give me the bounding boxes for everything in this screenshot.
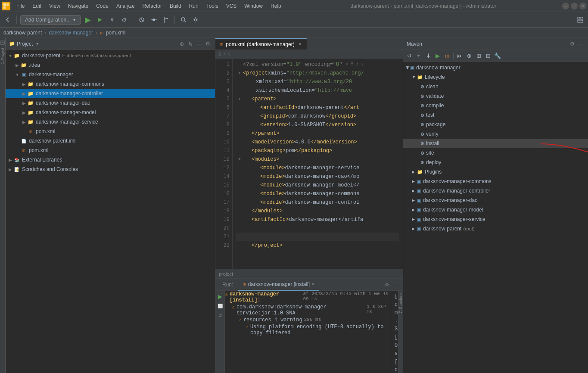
vcs-commit-button[interactable] [149, 15, 159, 25]
tree-toggle-controller[interactable]: ▶ [21, 90, 27, 96]
maven-item-install[interactable]: ⚙ install [403, 139, 588, 148]
maven-item-clean[interactable]: ⚙ clean [403, 82, 588, 91]
add-to-panel-btn[interactable]: ⊕ [178, 40, 186, 48]
run-rerun-btn[interactable]: ↺ [216, 311, 224, 319]
tree-toggle-root[interactable]: ▼ [7, 53, 13, 59]
maven-download-btn[interactable]: ⬇ [424, 52, 432, 60]
run-sidebar-label[interactable]: 7: Structure [398, 292, 403, 315]
tree-item-pom-root[interactable]: m pom.xml [6, 146, 215, 155]
profile-button[interactable]: ⏱ [119, 15, 129, 25]
maven-run-btn[interactable]: ▶ [433, 52, 442, 60]
tree-item-iml[interactable]: 📄 darksnow-parent.iml [6, 136, 215, 146]
tree-item-scratches[interactable]: ▶ 📝 Scratches and Consoles [6, 165, 215, 174]
tree-item-service[interactable]: ▶ 📁 darksnow-manager-service [6, 117, 215, 127]
tree-item-controller[interactable]: ▶ 📁 darksnow-manager-controller [6, 89, 215, 98]
code-editor[interactable]: <?xml version="1.0" encoding="U" ✕ 5 ∧ ∨… [233, 59, 403, 269]
maven-item-commons-module[interactable]: ▶ ▣ darksnow-manager-commons [403, 177, 588, 186]
minimize-button[interactable]: — [562, 3, 569, 9]
menu-code[interactable]: Code [93, 2, 112, 10]
panel-gear-btn[interactable]: ⚙ [204, 40, 212, 48]
add-configuration-button[interactable]: Add Configuration... ▼ [20, 15, 81, 25]
maven-item-site[interactable]: ⚙ site [403, 148, 588, 158]
maven-add-btn[interactable]: + [414, 52, 423, 60]
tree-toggle-scratches[interactable]: ▶ [7, 166, 13, 172]
maven-skip-btn[interactable]: ⏭ [455, 52, 464, 60]
tree-toggle-service[interactable]: ▶ [21, 119, 27, 125]
tree-toggle-external[interactable]: ▶ [7, 157, 13, 163]
maven-settings-btn[interactable]: ⚙ [568, 40, 576, 48]
maven-item-validate[interactable]: ⚙ validate [403, 91, 588, 101]
tree-toggle-model[interactable]: ▶ [21, 109, 27, 115]
maven-collapse-btn[interactable]: ⊟ [484, 52, 492, 60]
maven-item-root[interactable]: ▼ ▣ darksnow-manager [403, 63, 588, 72]
tree-toggle-commons[interactable]: ▶ [21, 81, 27, 87]
maven-item-package[interactable]: ⚙ package [403, 120, 588, 129]
menu-vcs[interactable]: VCS [223, 2, 240, 10]
settings-btn[interactable] [190, 15, 201, 25]
maximize-button[interactable]: □ [571, 3, 578, 9]
tree-item-external-libs[interactable]: ▶ 📚 External Libraries [6, 155, 215, 165]
tree-item-idea[interactable]: ▶ 📁 .idea [6, 60, 215, 70]
tree-toggle-idea[interactable]: ▶ [14, 62, 20, 68]
tree-toggle-dao[interactable]: ▶ [21, 100, 27, 106]
maven-source-btn[interactable]: ⊕ [465, 52, 473, 60]
coverage-button[interactable]: ⛛ [107, 15, 117, 25]
tree-toggle-darksnow-manager[interactable]: ▼ [14, 71, 20, 78]
menu-tools[interactable]: Tools [203, 2, 222, 10]
breadcrumb-module[interactable]: darksnow-manager [49, 30, 93, 36]
breadcrumb-root[interactable]: darksnow-parent [3, 30, 42, 36]
maven-item-model-module[interactable]: ▶ ▣ darksnow-manager-model [403, 205, 588, 214]
search-everywhere-btn[interactable] [178, 15, 189, 25]
tree-item-root[interactable]: ▼ 📁 darksnow-parent E:\IdeaProjects\dark… [6, 51, 215, 60]
run-play-btn[interactable]: ▶ [216, 292, 224, 300]
sidebar-icon-1[interactable] [0, 40, 6, 45]
maven-item-controller-module[interactable]: ▶ ▣ darksnow-manager-controller [403, 186, 588, 196]
tree-item-dao[interactable]: ▶ 📁 darksnow-manager-dao [6, 98, 215, 108]
tab-close-pom[interactable]: ✕ [297, 41, 302, 47]
run-settings-btn[interactable]: ⚙ [383, 281, 391, 289]
menu-run[interactable]: Run [186, 2, 202, 10]
maven-item-test[interactable]: ⚙ test [403, 110, 588, 120]
menu-view[interactable]: View [46, 2, 64, 10]
tree-item-darksnow-manager[interactable]: ▼ ▣ darksnow-manager [6, 70, 215, 79]
panel-minimize-btn[interactable]: — [195, 40, 203, 48]
run-button[interactable]: ▶ [83, 15, 93, 25]
run-minimize-btn[interactable]: — [392, 281, 400, 289]
menu-build[interactable]: Build [166, 2, 185, 10]
tree-item-commons[interactable]: ▶ 📁 darksnow-manager-commons [6, 79, 215, 89]
run-tree-service[interactable]: ⚠ com.darksnow:darksnow-manager-service:… [225, 304, 391, 317]
maven-item-verify[interactable]: ⚙ verify [403, 129, 588, 139]
layout-btn[interactable] [575, 15, 585, 25]
maven-item-lifecycle[interactable]: ▼ 📁 Lifecycle [403, 72, 588, 82]
maven-m-btn[interactable]: m [443, 52, 451, 60]
breadcrumb-file[interactable]: m pom.xml [100, 30, 125, 36]
maven-item-dao-module[interactable]: ▶ ▣ darksnow-manager-dao [403, 196, 588, 205]
bottom-tab-install[interactable]: m darksnow-manager [install] ✕ [238, 279, 319, 291]
chevron-down[interactable]: ∨ [228, 52, 231, 56]
branch-button[interactable] [161, 15, 171, 25]
close-button[interactable]: ✕ [579, 3, 586, 9]
sidebar-label-project[interactable]: 1: Project [0, 46, 5, 66]
tree-item-pom-manager[interactable]: m pom.xml [6, 127, 215, 136]
editor-tab-pom[interactable]: m pom.xml (darksnow-manager) ✕ [215, 38, 307, 50]
maven-item-parent-module[interactable]: ▶ ▣ darksnow-parent (root) [403, 224, 588, 233]
menu-refactor[interactable]: Refactor [139, 2, 165, 10]
run-stop-btn[interactable]: ⬜ [216, 302, 224, 310]
menu-file[interactable]: File [13, 2, 28, 10]
run-tree-root[interactable]: ⚠ darksnow-manager [install]: at 2023/2/… [225, 291, 391, 304]
chevron-up[interactable]: ∧ [223, 52, 226, 56]
maven-wrench-btn[interactable]: 🔧 [493, 52, 502, 60]
menu-analyze[interactable]: Analyze [113, 2, 138, 10]
maven-minimize-btn[interactable]: — [577, 40, 585, 48]
debug-button[interactable] [95, 15, 105, 25]
run-tree-encoding[interactable]: ⚠ Using platform encoding (UTF-8 actuall… [225, 323, 391, 336]
maven-item-service-module[interactable]: ▶ ▣ darksnow-manager-service [403, 214, 588, 224]
run-tab-close[interactable]: ✕ [311, 282, 315, 286]
maven-item-plugins[interactable]: ▶ 📁 Plugins [403, 167, 588, 177]
maven-refresh-btn[interactable]: ↺ [405, 52, 414, 60]
menu-navigate[interactable]: Navigate [65, 2, 92, 10]
maven-expand-btn[interactable]: ⊞ [474, 52, 483, 60]
menu-help[interactable]: Help [267, 2, 285, 10]
menu-edit[interactable]: Edit [29, 2, 45, 10]
panel-settings-btn[interactable] [187, 40, 194, 48]
